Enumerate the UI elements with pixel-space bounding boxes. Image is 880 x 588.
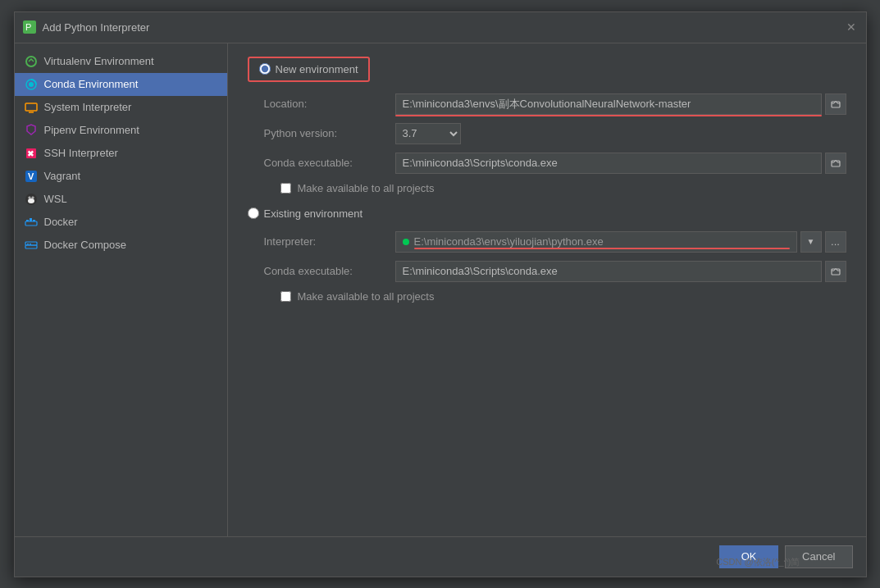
location-input-wrap	[395, 93, 846, 115]
svg-text:P: P	[25, 22, 31, 32]
svg-rect-22	[25, 245, 37, 248]
sidebar-item-wsl[interactable]: WSL	[15, 188, 227, 211]
conda-executable2-label: Conda executable:	[264, 265, 395, 277]
docker-icon	[25, 216, 38, 229]
python-version-label: Python version:	[264, 127, 395, 139]
sidebar: Virtualenv Environment Conda Environment	[15, 43, 228, 536]
conda-executable-label: Conda executable:	[264, 157, 395, 169]
pipenv-icon	[25, 124, 38, 137]
svg-point-12	[28, 198, 34, 203]
main-panel: New environment Location:	[228, 43, 866, 536]
docker-compose-icon	[25, 239, 38, 252]
conda-executable-row: Conda executable:	[248, 153, 846, 174]
sidebar-item-docker-compose[interactable]: Docker Compose	[15, 234, 227, 257]
dialog-title: Add Python Interpreter	[43, 21, 845, 34]
pipenv-label: Pipenv Environment	[44, 124, 139, 136]
wsl-label: WSL	[44, 193, 67, 205]
dialog-content: Virtualenv Environment Conda Environment	[15, 43, 866, 536]
svg-rect-21	[30, 218, 32, 220]
svg-rect-25	[30, 244, 31, 244]
new-env-label[interactable]: New environment	[276, 63, 358, 75]
ssh-label: SSH Interpreter	[44, 147, 118, 159]
location-input[interactable]	[395, 93, 822, 115]
virtualenv-label: Virtualenv Environment	[44, 55, 154, 67]
virtualenv-icon	[25, 55, 38, 68]
make-available2-label[interactable]: Make available to all projects	[298, 290, 435, 303]
sidebar-item-ssh[interactable]: ✖ SSH Interpreter	[15, 142, 227, 165]
watermark: CSDN @依洛(^_^)简	[716, 556, 800, 568]
conda-icon	[25, 78, 38, 91]
sidebar-item-vagrant[interactable]: V Vagrant	[15, 165, 227, 188]
conda-executable2-input[interactable]	[395, 261, 822, 282]
make-available2-checkbox[interactable]	[280, 291, 291, 302]
interpreter-row: Interpreter: E:\miniconda3\envs\yiluojia…	[248, 231, 846, 253]
interpreter-wrap: E:\miniconda3\envs\yiluojian\python.exe …	[395, 231, 846, 253]
existing-env-label[interactable]: Existing environment	[264, 207, 363, 220]
interpreter-label: Interpreter:	[264, 235, 395, 248]
conda-executable2-browse-button[interactable]	[825, 261, 846, 282]
python-version-wrap: 3.7 3.6 3.8 3.9	[395, 123, 461, 144]
svg-text:✖: ✖	[27, 149, 34, 158]
existing-env-option: Existing environment	[248, 207, 846, 220]
svg-point-2	[26, 57, 36, 66]
svg-point-4	[29, 82, 34, 87]
close-button[interactable]: ✕	[845, 21, 858, 34]
sidebar-item-virtualenv[interactable]: Virtualenv Environment	[15, 50, 227, 73]
docker-compose-label: Docker Compose	[44, 239, 126, 251]
app-icon: P	[23, 21, 36, 34]
svg-text:V: V	[28, 171, 34, 181]
system-icon	[25, 101, 38, 114]
sidebar-item-docker[interactable]: Docker	[15, 211, 227, 234]
location-label: Location:	[264, 98, 395, 110]
make-available-row: Make available to all projects	[248, 182, 846, 194]
sidebar-item-system[interactable]: System Interpreter	[15, 96, 227, 119]
svg-rect-5	[25, 103, 37, 111]
docker-label: Docker	[44, 216, 78, 228]
make-available-checkbox[interactable]	[280, 183, 291, 194]
make-available-label[interactable]: Make available to all projects	[298, 182, 435, 194]
new-env-radio-box[interactable]: New environment	[248, 57, 370, 82]
conda-executable2-row: Conda executable:	[248, 261, 846, 282]
interpreter-status-dot	[403, 239, 409, 245]
svg-rect-18	[26, 220, 29, 221]
svg-rect-24	[27, 244, 29, 244]
conda-executable2-wrap	[395, 261, 846, 282]
conda-executable-browse-button[interactable]	[825, 153, 846, 174]
new-env-option: New environment	[248, 57, 846, 82]
conda-executable-input[interactable]	[395, 153, 822, 174]
vagrant-icon: V	[25, 170, 38, 183]
new-environment-section: New environment Location:	[248, 57, 846, 194]
existing-env-radio[interactable]	[248, 207, 259, 219]
sidebar-item-pipenv[interactable]: Pipenv Environment	[15, 119, 227, 142]
python-version-select[interactable]: 3.7 3.6 3.8 3.9	[395, 123, 461, 144]
wsl-icon	[25, 193, 38, 206]
title-bar: P Add Python Interpreter ✕	[15, 12, 866, 43]
conda-label: Conda Environment	[44, 78, 139, 90]
location-row: Location:	[248, 93, 846, 115]
svg-rect-19	[30, 220, 32, 221]
svg-rect-20	[33, 220, 35, 221]
vagrant-label: Vagrant	[44, 170, 81, 182]
ssh-icon: ✖	[25, 147, 38, 160]
svg-rect-28	[832, 269, 840, 275]
make-available2-row: Make available to all projects	[248, 290, 846, 303]
interpreter-dropdown-button[interactable]: ▼	[800, 231, 822, 253]
svg-point-15	[29, 197, 30, 198]
svg-point-16	[32, 197, 33, 198]
interpreter-ellipsis-button[interactable]: ...	[825, 231, 846, 253]
location-browse-button[interactable]	[825, 93, 846, 115]
new-env-radio[interactable]	[259, 63, 271, 75]
python-version-row: Python version: 3.7 3.6 3.8 3.9	[248, 123, 846, 144]
svg-rect-17	[25, 221, 37, 226]
svg-rect-26	[832, 102, 840, 107]
system-label: System Interpreter	[44, 101, 132, 113]
interpreter-value: E:\miniconda3\envs\yiluojian\python.exe	[414, 235, 604, 248]
add-python-interpreter-dialog: P Add Python Interpreter ✕ Virtualenv En…	[14, 11, 867, 577]
existing-environment-section: Existing environment Interpreter: E:\min…	[248, 207, 846, 303]
sidebar-item-conda[interactable]: Conda Environment	[15, 73, 227, 96]
conda-executable-wrap	[395, 153, 846, 174]
svg-rect-27	[832, 161, 840, 166]
